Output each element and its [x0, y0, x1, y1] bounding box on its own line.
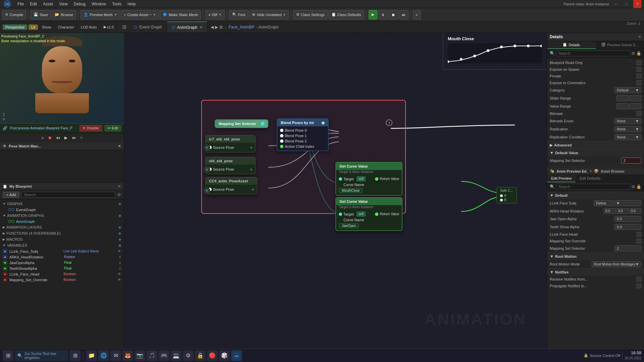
find-button[interactable]: 🔍 Find: [229, 10, 248, 19]
lit-button[interactable]: Lit: [29, 24, 38, 30]
anim-layers-add-icon[interactable]: ⊕: [118, 226, 121, 229]
menu-tools[interactable]: Tools: [109, 1, 124, 7]
event-graph-item[interactable]: ⬡⬡ EventGraph: [1, 207, 122, 213]
details-lock-icon[interactable]: 🔒: [636, 51, 641, 56]
class-defaults-button[interactable]: 📋 Class Defaults: [328, 10, 364, 19]
taskbar-explorer[interactable]: 📁: [86, 350, 97, 361]
receive-notifies-checkbox[interactable]: [637, 277, 641, 282]
teeth-show-input[interactable]: [614, 224, 641, 230]
preview-mesh-button[interactable]: 👤 Preview Mesh ▼: [80, 10, 120, 19]
details-view-icon[interactable]: ⊞: [632, 51, 635, 56]
taskbar-app1[interactable]: 📷: [135, 350, 145, 361]
menu-view[interactable]: View: [56, 1, 70, 7]
node-cc4-anim-pose[interactable]: CC4_anim_PoseAsset Source Pose +: [205, 177, 257, 194]
macros-section-header[interactable]: ▶ MACROS ⊕: [1, 236, 122, 242]
bitmask-checkbox[interactable]: [637, 111, 641, 116]
taskbar-views-button[interactable]: ⊞: [70, 350, 80, 361]
add-button[interactable]: + Add: [3, 192, 19, 198]
anim-graphs-section-header[interactable]: ▼ ANIMATION GRAPHS ⊕: [1, 213, 122, 219]
pp-disable-button[interactable]: ✕ Disable: [79, 125, 102, 131]
hide-unrelated-button[interactable]: 👁 Hide Unrelated ▼: [249, 10, 289, 19]
advanced-section[interactable]: ▶ Advanced: [547, 141, 644, 149]
slider-range-control[interactable]: [616, 95, 641, 101]
menu-debug[interactable]: Debug: [71, 1, 88, 7]
details-tab[interactable]: 📋 Details: [547, 41, 596, 49]
old-std-add-pin[interactable]: +: [250, 167, 253, 172]
prev-frame-button[interactable]: ⏮: [55, 134, 61, 141]
record-button[interactable]: ⏺: [47, 134, 53, 141]
anim-graph-close[interactable]: ✕: [200, 25, 202, 29]
skip-button[interactable]: ⏭: [399, 10, 409, 19]
play-button[interactable]: ▶: [63, 134, 69, 141]
taskbar-app8[interactable]: 🎲: [219, 350, 230, 361]
nav-forward[interactable]: ▶: [215, 25, 218, 29]
llink-face-head-checkbox[interactable]: [637, 232, 641, 237]
replication-cond-dropdown[interactable]: None▼: [614, 134, 641, 140]
expose-spawn-checkbox[interactable]: [637, 67, 641, 72]
blueprint-close-icon[interactable]: ✕: [118, 184, 121, 189]
next-frame-button[interactable]: ⏭: [71, 134, 77, 141]
taskbar-mail[interactable]: ✉: [110, 350, 121, 361]
menu-window[interactable]: Window: [89, 1, 109, 7]
var-eye-icon-0[interactable]: 👁: [118, 249, 121, 253]
jaw-open-input[interactable]: [614, 216, 641, 222]
value-range-control[interactable]: [616, 103, 641, 109]
save-button[interactable]: 💾 Save: [31, 10, 51, 19]
character-button[interactable]: Character: [55, 24, 77, 30]
mapping-override-checkbox[interactable]: [637, 239, 641, 243]
stop-button[interactable]: ⏹: [388, 10, 398, 19]
mapping-set-selector-input[interactable]: [621, 158, 641, 164]
default-value-section[interactable]: ▼ Default Value: [547, 149, 644, 157]
taskbar-app3[interactable]: 🎮: [159, 350, 169, 361]
graph-area[interactable]: Mapping Set Selector ic7_old_std_pose So…: [124, 33, 547, 349]
graphs-add-icon[interactable]: ⊕: [118, 202, 121, 206]
blend-info-icon[interactable]: ℹ: [386, 119, 392, 126]
taskbar-app2[interactable]: 🎵: [147, 350, 157, 361]
value-range-bar2[interactable]: [629, 103, 641, 109]
value-range-bar1[interactable]: [616, 103, 629, 109]
blueprint-read-only-checkbox[interactable]: [637, 60, 641, 65]
arkit-y-input[interactable]: [616, 208, 629, 214]
bitmask-enum-dropdown[interactable]: None▼: [614, 118, 641, 124]
search-taskbar-button[interactable]: 🔍 Zur Suche Text hier eingeben: [15, 350, 68, 361]
minimize-button[interactable]: ─: [612, 0, 620, 8]
expose-cinematics-checkbox[interactable]: [637, 80, 641, 85]
var-llink-face-head[interactable]: ● LLink_Face_Head Boolean 👁: [1, 271, 122, 277]
root-motion-section[interactable]: ▼ Root Motion: [547, 252, 644, 260]
var-eye-icon-4[interactable]: 👁: [118, 272, 121, 276]
anim-layers-section-header[interactable]: ▶ ANIMATION LAYERS ⊕: [1, 224, 122, 230]
root-motion-dropdown[interactable]: Root Motion from Montages▼: [592, 261, 641, 267]
anim-search-input[interactable]: [556, 184, 630, 190]
lod-auto-button[interactable]: LOD Auto: [78, 24, 100, 30]
taskbar-firefox[interactable]: 🦊: [122, 350, 133, 361]
arkit-x-input[interactable]: [604, 208, 616, 214]
replication-dropdown[interactable]: None▼: [614, 126, 641, 132]
cc4-add-pin[interactable]: +: [252, 187, 254, 192]
arkit-z-input[interactable]: [629, 208, 641, 214]
node-safe[interactable]: Safe C... A B: [496, 187, 517, 203]
llink-subj-dropdown[interactable]: ▼: [614, 200, 641, 206]
start-button[interactable]: ⊞: [3, 350, 13, 361]
anim-preview-close[interactable]: ✕: [589, 169, 592, 173]
taskbar-ue4[interactable]: UE: [231, 350, 242, 361]
close-button[interactable]: ✕: [633, 0, 641, 8]
add-pin-ic7-left[interactable]: +: [204, 144, 210, 151]
ic7-add-pin[interactable]: +: [250, 145, 253, 150]
menu-edit[interactable]: Edit: [27, 1, 40, 7]
var-arkit-head-rotation[interactable]: ● ARKit_HeadRotation Rotator ∨: [1, 254, 122, 260]
diff-button[interactable]: ≠ Diff ▼: [205, 10, 224, 19]
llink-subj-input[interactable]: [594, 200, 614, 206]
make-static-mesh-button[interactable]: 🔷 Make Static Mesh: [160, 10, 201, 19]
show-button[interactable]: Show: [39, 24, 54, 30]
breadcrumb-anim-graph[interactable]: AnimGraph: [258, 25, 279, 29]
graphs-section-header[interactable]: ▼ GRAPHS ⊕: [1, 201, 122, 207]
edit-defaults-tab[interactable]: Edit Defaults: [576, 175, 604, 182]
create-asset-button[interactable]: + Create Asset ~ ▼: [121, 10, 159, 19]
pause-button[interactable]: ⏸: [378, 10, 388, 19]
default-anim-section[interactable]: ▼ Default: [547, 191, 644, 199]
browse-button[interactable]: 📂 Browse: [52, 10, 76, 19]
node-blend-poses[interactable]: Blend Poses by int ⊕ Blend Pose 0 Blend …: [277, 118, 329, 151]
tab-anim-graph[interactable]: ⬡ AnimGraph ✕: [167, 21, 207, 33]
blend-expand-icon[interactable]: ⊕: [321, 121, 325, 125]
nav-back[interactable]: ◀: [211, 25, 214, 29]
